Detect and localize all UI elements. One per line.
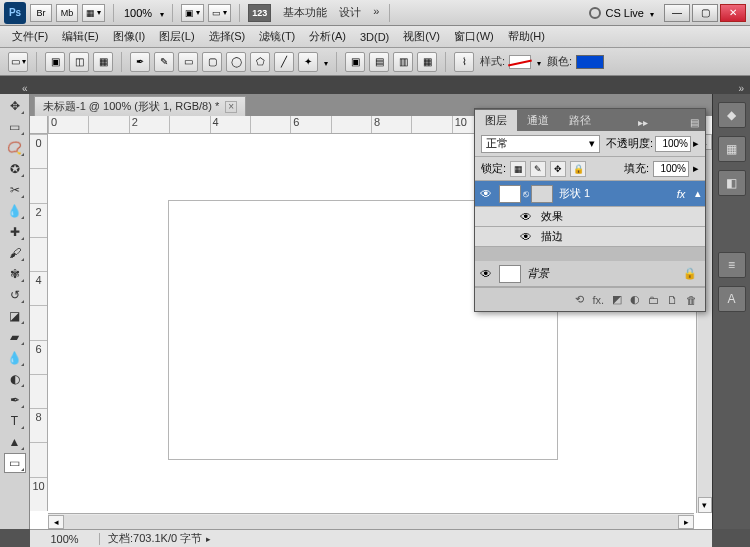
- dock-adjust-icon[interactable]: ◧: [718, 170, 746, 196]
- type-tool[interactable]: T: [4, 411, 26, 431]
- scroll-left-icon[interactable]: ◂: [48, 515, 64, 529]
- freeform-pen-icon[interactable]: ✎: [154, 52, 174, 72]
- blur-tool[interactable]: 💧: [4, 348, 26, 368]
- menu-layer[interactable]: 图层(L): [153, 27, 200, 46]
- color-swatch[interactable]: [576, 55, 604, 69]
- document-tab[interactable]: 未标题-1 @ 100% (形状 1, RGB/8) * ×: [34, 96, 246, 116]
- fill-input[interactable]: [653, 161, 689, 177]
- menu-view[interactable]: 视图(V): [397, 27, 446, 46]
- rounded-rect-icon[interactable]: ▢: [202, 52, 222, 72]
- layer-thumb[interactable]: [499, 185, 521, 203]
- pathop-exclude-icon[interactable]: ▦: [417, 52, 437, 72]
- crop-tool[interactable]: ✂: [4, 180, 26, 200]
- layer-effects-row[interactable]: 👁 效果: [475, 207, 705, 227]
- shape-layers-mode[interactable]: ▣: [45, 52, 65, 72]
- menu-filter[interactable]: 滤镜(T): [253, 27, 301, 46]
- brush-tool[interactable]: 🖌: [4, 243, 26, 263]
- visibility-icon[interactable]: 👁: [475, 267, 497, 281]
- menu-file[interactable]: 文件(F): [6, 27, 54, 46]
- panel-menu-icon[interactable]: ▤: [684, 114, 705, 131]
- dock-history-icon[interactable]: ≡: [718, 252, 746, 278]
- maximize-button[interactable]: ▢: [692, 4, 718, 22]
- dock-color-icon[interactable]: ◆: [718, 102, 746, 128]
- scroll-down-icon[interactable]: ▾: [698, 497, 712, 513]
- menu-3d[interactable]: 3D(D): [354, 29, 395, 45]
- dodge-tool[interactable]: ◐: [4, 369, 26, 389]
- paths-mode[interactable]: ◫: [69, 52, 89, 72]
- workspace-basic[interactable]: 基本功能: [281, 3, 329, 22]
- tab-channels[interactable]: 通道: [517, 110, 559, 131]
- gradient-tool[interactable]: ▰: [4, 327, 26, 347]
- dock-character-icon[interactable]: A: [718, 286, 746, 312]
- menu-image[interactable]: 图像(I): [107, 27, 151, 46]
- view-extras-button[interactable]: ▦: [82, 4, 105, 22]
- scroll-track[interactable]: [64, 515, 678, 529]
- path-select-tool[interactable]: ▲: [4, 432, 26, 452]
- opacity-input[interactable]: [655, 136, 691, 152]
- vector-mask-thumb[interactable]: [531, 185, 553, 203]
- fill-slider-icon[interactable]: ▸: [693, 162, 699, 175]
- minibridge-button[interactable]: Mb: [56, 4, 78, 22]
- ruler-vertical[interactable]: 0246810: [30, 134, 48, 511]
- lock-pixels-icon[interactable]: ✎: [530, 161, 546, 177]
- layer-thumb[interactable]: [499, 265, 521, 283]
- eraser-tool[interactable]: ◪: [4, 306, 26, 326]
- pen-icon[interactable]: ✒: [130, 52, 150, 72]
- bridge-button[interactable]: Br: [30, 4, 52, 22]
- opacity-slider-icon[interactable]: ▸: [693, 137, 699, 150]
- zoom-dropdown-icon[interactable]: [158, 7, 164, 19]
- style-swatch[interactable]: [509, 55, 531, 69]
- layer-fx-icon[interactable]: fx.: [592, 294, 604, 306]
- close-tab-icon[interactable]: ×: [225, 101, 237, 113]
- custom-shape-icon[interactable]: ✦: [298, 52, 318, 72]
- scrollbar-horizontal[interactable]: ◂ ▸: [48, 513, 694, 529]
- move-tool[interactable]: ✥: [4, 96, 26, 116]
- group-icon[interactable]: 🗀: [648, 294, 659, 306]
- button-123[interactable]: 123: [248, 4, 271, 22]
- workspace-design[interactable]: 设计: [337, 3, 363, 22]
- scroll-right-icon[interactable]: ▸: [678, 515, 694, 529]
- status-doc-info[interactable]: 文档:703.1K/0 字节▸: [100, 531, 211, 546]
- screen-mode-button[interactable]: ▭: [208, 4, 231, 22]
- rectangle-shape-icon[interactable]: ▭: [178, 52, 198, 72]
- status-zoom[interactable]: 100%: [30, 533, 100, 545]
- marquee-tool[interactable]: ▭: [4, 117, 26, 137]
- minimize-button[interactable]: —: [664, 4, 690, 22]
- lock-position-icon[interactable]: ✥: [550, 161, 566, 177]
- layer-row-background[interactable]: 👁 背景 🔒: [475, 261, 705, 287]
- link-layers-icon[interactable]: ⟲: [575, 293, 584, 306]
- fx-badge[interactable]: fx: [671, 188, 691, 200]
- visibility-icon[interactable]: 👁: [515, 230, 537, 244]
- pathop-subtract-icon[interactable]: ▤: [369, 52, 389, 72]
- pen-tool[interactable]: ✒: [4, 390, 26, 410]
- menu-window[interactable]: 窗口(W): [448, 27, 500, 46]
- collapse-right-icon[interactable]: »: [738, 83, 744, 94]
- history-brush-tool[interactable]: ↺: [4, 285, 26, 305]
- pathop-add-icon[interactable]: ▣: [345, 52, 365, 72]
- lock-transparent-icon[interactable]: ▦: [510, 161, 526, 177]
- stamp-tool[interactable]: ✾: [4, 264, 26, 284]
- menu-edit[interactable]: 编辑(E): [56, 27, 105, 46]
- layer-row-shape1[interactable]: 👁 ⎋ 形状 1 fx ▴: [475, 181, 705, 207]
- close-button[interactable]: ✕: [720, 4, 746, 22]
- adjustment-layer-icon[interactable]: ◐: [630, 293, 640, 306]
- blend-mode-select[interactable]: 正常▾: [481, 135, 600, 153]
- visibility-icon[interactable]: 👁: [475, 187, 497, 201]
- lock-all-icon[interactable]: 🔒: [570, 161, 586, 177]
- lasso-tool[interactable]: 📿: [4, 138, 26, 158]
- collapse-left-icon[interactable]: «: [22, 83, 28, 94]
- link-icon[interactable]: ⌇: [454, 52, 474, 72]
- cslive-menu[interactable]: CS Live: [589, 7, 654, 19]
- menu-help[interactable]: 帮助(H): [502, 27, 551, 46]
- layer-name[interactable]: 形状 1: [555, 186, 671, 201]
- tool-preset-button[interactable]: ▭: [8, 52, 28, 72]
- ruler-origin[interactable]: [30, 116, 48, 134]
- fill-pixels-mode[interactable]: ▦: [93, 52, 113, 72]
- healing-tool[interactable]: ✚: [4, 222, 26, 242]
- menu-select[interactable]: 选择(S): [203, 27, 252, 46]
- shape-options-dropdown[interactable]: [322, 56, 328, 68]
- eyedropper-tool[interactable]: 💧: [4, 201, 26, 221]
- zoom-level-label[interactable]: 100%: [122, 7, 154, 19]
- polygon-shape-icon[interactable]: ⬠: [250, 52, 270, 72]
- rectangle-tool[interactable]: ▭: [4, 453, 26, 473]
